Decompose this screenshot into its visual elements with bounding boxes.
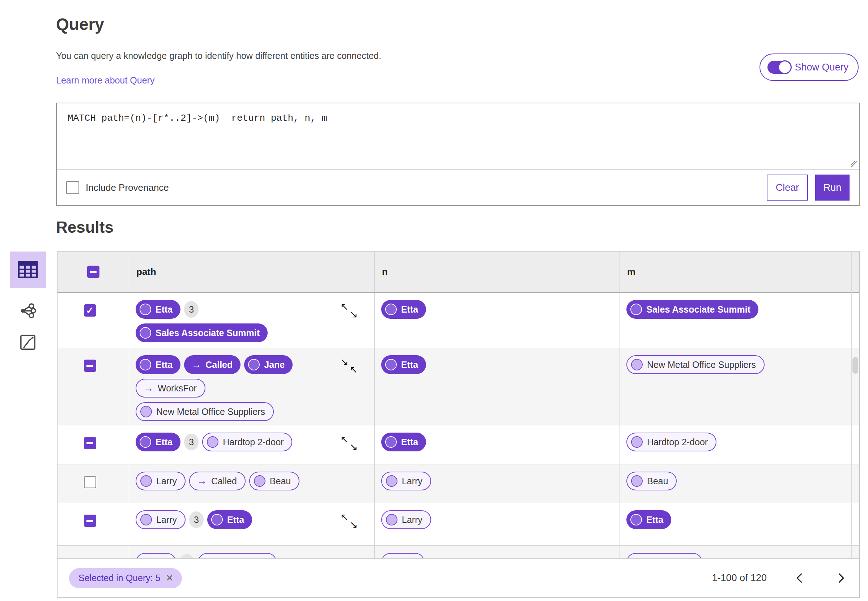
query-editor[interactable]: MATCH path=(n)-[r*..2]->(m) return path,…	[57, 103, 859, 169]
path-cell: Larry3Etta↖↘	[129, 503, 374, 545]
chip-line: Etta	[381, 433, 613, 452]
node-circle-icon	[140, 304, 151, 315]
node-circle-icon	[140, 514, 152, 525]
node-chip[interactable]: Etta	[136, 433, 180, 452]
node-chip-label: Larry	[156, 476, 177, 487]
node-chip-label: Etta	[401, 360, 418, 370]
table-header-row: path n m	[58, 252, 859, 293]
node-chip[interactable]: Larry	[381, 471, 431, 490]
toggle-track-icon[interactable]	[767, 61, 790, 74]
arrow-glyph: ↘	[340, 357, 348, 367]
checkbox-cell	[58, 546, 129, 560]
table-view-icon	[18, 261, 38, 279]
node-circle-icon	[386, 514, 397, 525]
node-circle-icon	[248, 359, 260, 371]
node-chip[interactable]: Etta	[627, 510, 671, 529]
arrow-glyph: ↖	[340, 435, 348, 444]
edge-arrow-icon: →	[144, 383, 153, 393]
node-chip[interactable]: Etta	[136, 300, 180, 319]
node-chip[interactable]: Etta	[381, 355, 426, 374]
node-chip[interactable]: Sales Associate Summit	[627, 300, 758, 319]
row-checkbox[interactable]	[84, 360, 96, 372]
table-row: Etta→CalledJane→WorksForNew Metal Office…	[58, 348, 859, 426]
show-query-label: Show Query	[795, 62, 848, 73]
m-cell: New Metal Office Suppliers	[619, 348, 859, 428]
node-chip-label: Etta	[156, 304, 173, 315]
node-chip-label: Etta	[227, 515, 244, 525]
node-chip[interactable]: Hardtop 2-door	[627, 433, 717, 452]
expand-icon[interactable]: ↖↘	[340, 302, 358, 319]
resize-grip-icon[interactable]	[851, 161, 857, 168]
chip-line: Beau	[627, 471, 853, 490]
node-chip[interactable]: Etta	[136, 355, 180, 374]
previous-page-button[interactable]	[796, 573, 806, 583]
path-cell: Larry→CalledBeau	[129, 464, 374, 503]
node-chip[interactable]: Larry	[136, 471, 185, 490]
arrow-glyph: ↖	[340, 513, 348, 522]
arrow-glyph: ↘	[349, 310, 358, 319]
node-chip[interactable]: New Metal Office Suppliers	[627, 355, 764, 374]
path-cell: Etta→CalledJane→WorksForNew Metal Office…	[129, 348, 374, 428]
n-cell: Larry	[374, 464, 619, 503]
node-chip-label: Etta	[401, 304, 418, 315]
count-badge[interactable]: 3	[184, 434, 199, 450]
node-circle-icon	[140, 327, 151, 339]
row-checkbox[interactable]	[84, 476, 96, 488]
close-icon[interactable]: ✕	[166, 573, 174, 583]
node-chip[interactable]: Larry	[381, 510, 431, 529]
row-checkbox[interactable]	[84, 437, 96, 449]
chip-line: Hardtop 2-door	[627, 433, 853, 452]
node-chip[interactable]: Larry	[136, 510, 185, 529]
toggle-knob-icon[interactable]	[778, 60, 792, 74]
header-checkbox[interactable]	[87, 265, 99, 278]
count-badge[interactable]: 3	[189, 511, 203, 528]
chip-line: Larry→CalledBeau	[136, 471, 368, 490]
checkbox-cell	[58, 293, 129, 349]
results-title: Results	[56, 218, 113, 236]
include-provenance-checkbox[interactable]	[66, 181, 79, 194]
node-circle-icon	[140, 436, 151, 448]
edge-chip[interactable]: →WorksFor	[136, 379, 205, 398]
arrow-glyph: ↘	[349, 442, 358, 452]
scrollbar-thumb[interactable]	[853, 357, 858, 374]
learn-more-link[interactable]: Learn more about Query	[56, 75, 154, 85]
node-chip[interactable]: Etta	[381, 433, 426, 452]
expand-icon[interactable]: ↖↘	[340, 513, 358, 530]
show-query-toggle[interactable]: Show Query	[760, 53, 859, 81]
node-chip[interactable]: Jane	[244, 355, 293, 374]
node-chip[interactable]: Hardtop 2-door	[202, 433, 292, 452]
n-cell: Etta	[374, 348, 619, 428]
node-chip-label: Etta	[401, 437, 418, 447]
chip-line: Sales Associate Summit	[627, 300, 853, 319]
node-chip[interactable]: Etta	[381, 300, 426, 319]
expand-icon[interactable]: ↖↘	[340, 435, 358, 452]
query-description: You can query a knowledge graph to ident…	[56, 50, 381, 61]
run-button[interactable]: Run	[815, 175, 850, 201]
node-chip-label: Larry	[156, 515, 177, 525]
collapse-icon[interactable]: ↘↖	[340, 357, 358, 375]
table-row: Larry3Etta↖↘LarryEtta	[58, 503, 859, 546]
row-checkbox[interactable]	[84, 515, 96, 527]
edge-chip[interactable]: →Called	[189, 471, 246, 490]
clear-button[interactable]: Clear	[767, 175, 808, 201]
selected-in-query-chip[interactable]: Selected in Query: 5 ✕	[69, 568, 182, 588]
node-chip[interactable]: Beau	[627, 471, 677, 490]
row-checkbox[interactable]	[84, 304, 96, 317]
table-row: Etta3Sales Associate Summit↖↘EttaSales A…	[58, 293, 859, 348]
next-page-button[interactable]	[834, 573, 844, 583]
checkbox-cell	[58, 426, 129, 464]
table-row	[58, 546, 859, 560]
node-chip[interactable]: Beau	[249, 471, 300, 490]
n-cell: Etta	[374, 426, 619, 464]
edge-chip[interactable]: →Called	[184, 355, 240, 374]
node-chip[interactable]: Etta	[207, 510, 252, 529]
count-badge[interactable]: 3	[184, 301, 199, 318]
node-chip[interactable]: Sales Associate Summit	[136, 323, 267, 342]
table-view-button[interactable]	[10, 252, 46, 288]
m-cell: Sales Associate Summit	[619, 293, 859, 349]
node-circle-icon	[140, 359, 151, 371]
node-chip-label: Larry	[402, 476, 422, 487]
node-chip[interactable]: New Metal Office Suppliers	[136, 402, 274, 421]
graph-view-button[interactable]	[19, 302, 37, 319]
chart-view-button[interactable]	[20, 334, 36, 351]
